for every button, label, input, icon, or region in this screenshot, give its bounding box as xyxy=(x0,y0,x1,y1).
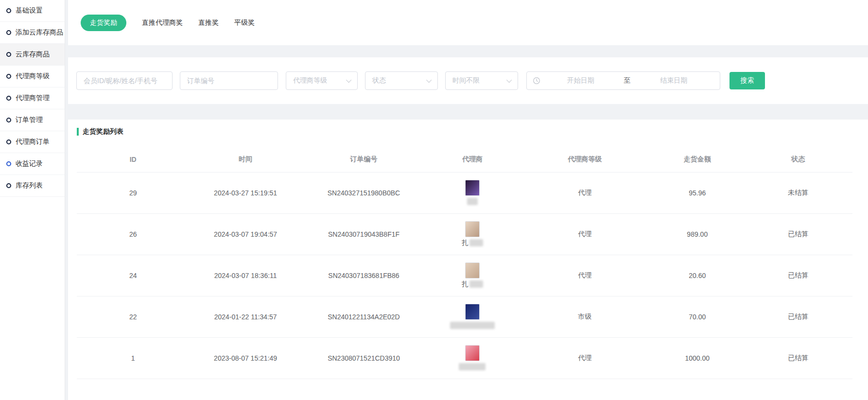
column-header: 代理商 xyxy=(426,147,519,172)
chevron-down-icon xyxy=(346,77,351,83)
cell-id: 1 xyxy=(77,337,189,379)
section-title-text: 走货奖励列表 xyxy=(83,127,123,136)
table-header-row: ID时间订单编号代理商代理商等级走货金额状态 xyxy=(77,147,852,172)
tab-peer-reward[interactable]: 平级奖 xyxy=(234,18,255,27)
cell-agent-level: 代理 xyxy=(519,172,651,213)
radio-circle-icon xyxy=(6,52,11,57)
cell-time: 2024-03-27 15:19:51 xyxy=(189,172,301,213)
order-no-input[interactable] xyxy=(187,77,278,85)
agent-cell xyxy=(426,345,519,371)
agent-name xyxy=(467,197,478,206)
cell-agent-level: 代理 xyxy=(519,255,651,296)
cell-time: 2024-03-07 18:36:11 xyxy=(189,255,301,296)
date-range-picker[interactable]: 开始日期 至 结束日期 xyxy=(526,71,720,90)
member-search-input[interactable] xyxy=(84,77,172,85)
sidebar-menu: 基础设置添加云库存商品云库存商品代理商等级代理商管理订单管理代理商订单收益记录库… xyxy=(0,0,65,400)
cell-agent: 扎 xyxy=(426,213,519,255)
cell-status: 已结算 xyxy=(744,337,852,379)
tab-shipment-reward[interactable]: 走货奖励 xyxy=(81,15,126,31)
sidebar-item[interactable]: 添加云库存商品 xyxy=(0,22,65,44)
sidebar-item-label: 代理商管理 xyxy=(16,94,50,103)
cell-agent: 扎 xyxy=(426,255,519,296)
agent-cell xyxy=(426,180,519,206)
cell-agent-level: 市级 xyxy=(519,296,651,337)
agent-name-visible: 扎 xyxy=(462,239,469,247)
cell-order-no: SN2401221134A2E02D xyxy=(302,296,426,337)
radio-circle-icon xyxy=(6,30,11,35)
end-date-placeholder[interactable]: 结束日期 xyxy=(634,76,714,85)
agent-cell: 扎 xyxy=(426,221,519,247)
agent-avatar xyxy=(465,221,480,237)
chevron-down-icon xyxy=(506,77,512,83)
radio-circle-icon xyxy=(6,74,11,79)
agent-name-redacted xyxy=(469,239,483,246)
status-select[interactable]: 状态 xyxy=(365,71,438,90)
filter-row: 代理商等级 状态 时间不限 xyxy=(76,71,868,90)
agent-name: 扎 xyxy=(462,280,483,289)
radio-circle-icon xyxy=(6,8,11,13)
sidebar-item[interactable]: 代理商等级 xyxy=(0,66,65,87)
agent-name-redacted xyxy=(469,280,483,288)
cell-agent-level: 代理 xyxy=(519,337,651,379)
agent-cell xyxy=(426,304,519,330)
table-row: 222024-01-22 11:34:57SN2401221134A2E02D市… xyxy=(77,296,852,337)
start-date-placeholder[interactable]: 开始日期 xyxy=(540,76,621,85)
spacer xyxy=(68,104,868,120)
order-no-field[interactable] xyxy=(180,71,278,90)
radio-circle-icon xyxy=(6,183,11,188)
agent-name-redacted xyxy=(450,322,495,329)
column-header: 时间 xyxy=(189,147,301,172)
cell-agent xyxy=(426,172,519,213)
tab-direct-agent-reward[interactable]: 直推代理商奖 xyxy=(142,18,183,27)
cell-order-no: SN240307183681FB86 xyxy=(302,255,426,296)
agent-name xyxy=(459,363,486,371)
cell-order-no: SN240327151980B0BC xyxy=(302,172,426,213)
sidebar-item[interactable]: 代理商管理 xyxy=(0,87,65,109)
reward-tabs: 走货奖励 直推代理商奖 直推奖 平级奖 xyxy=(81,15,868,31)
cell-time: 2023-08-07 15:21:49 xyxy=(189,337,301,379)
main-content: 走货奖励 直推代理商奖 直推奖 平级奖 代理商等级 状态 xyxy=(65,0,868,400)
cell-status: 已结算 xyxy=(744,296,852,337)
column-header: 状态 xyxy=(744,147,852,172)
sidebar-item[interactable]: 库存列表 xyxy=(0,175,65,197)
cell-amount: 70.00 xyxy=(651,296,744,337)
cell-id: 24 xyxy=(77,255,189,296)
cell-amount: 20.60 xyxy=(651,255,744,296)
sidebar-item-label: 收益记录 xyxy=(16,159,43,168)
agent-level-select[interactable]: 代理商等级 xyxy=(286,71,358,90)
radio-circle-icon xyxy=(6,96,11,101)
sidebar-item-label: 基础设置 xyxy=(16,6,43,15)
sidebar-item-label: 订单管理 xyxy=(16,116,43,124)
sidebar-item[interactable]: 订单管理 xyxy=(0,109,65,131)
cell-status: 已结算 xyxy=(744,255,852,296)
agent-level-select-placeholder: 代理商等级 xyxy=(293,76,327,85)
cell-order-no: SN2308071521CD3910 xyxy=(302,337,426,379)
sidebar-item-label: 添加云库存商品 xyxy=(16,28,63,37)
agent-name-redacted xyxy=(459,363,486,370)
table-row: 242024-03-07 18:36:11SN240307183681FB86扎… xyxy=(77,255,852,296)
reward-table: ID时间订单编号代理商代理商等级走货金额状态 292024-03-27 15:1… xyxy=(77,147,852,379)
reward-list-card: 走货奖励列表 ID时间订单编号代理商代理商等级走货金额状态 292024-03-… xyxy=(68,120,868,400)
tab-direct-reward[interactable]: 直推奖 xyxy=(198,18,219,27)
column-header: 代理商等级 xyxy=(519,147,651,172)
cell-status: 未结算 xyxy=(744,172,852,213)
agent-cell: 扎 xyxy=(426,262,519,289)
member-search-field[interactable] xyxy=(76,71,173,90)
spacer xyxy=(68,45,868,57)
search-button[interactable]: 搜索 xyxy=(729,72,765,89)
time-range-select[interactable]: 时间不限 xyxy=(445,71,518,90)
title-accent-bar xyxy=(77,128,79,136)
column-header: 走货金额 xyxy=(651,147,744,172)
table-row: 262024-03-07 19:04:57SN24030719043B8F1F扎… xyxy=(77,213,852,255)
sidebar-item-label: 代理商等级 xyxy=(16,72,50,81)
table-row: 292024-03-27 15:19:51SN240327151980B0BC代… xyxy=(77,172,852,213)
date-separator: 至 xyxy=(621,76,634,85)
section-title: 走货奖励列表 xyxy=(77,127,852,136)
sidebar-item[interactable]: 收益记录 xyxy=(0,153,65,175)
sidebar-item[interactable]: 代理商订单 xyxy=(0,131,65,153)
sidebar-item[interactable]: 基础设置 xyxy=(0,0,65,22)
tabs-card: 走货奖励 直推代理商奖 直推奖 平级奖 xyxy=(68,0,868,45)
sidebar-item[interactable]: 云库存商品 xyxy=(0,44,65,66)
radio-circle-icon xyxy=(6,118,11,122)
cell-agent xyxy=(426,296,519,337)
